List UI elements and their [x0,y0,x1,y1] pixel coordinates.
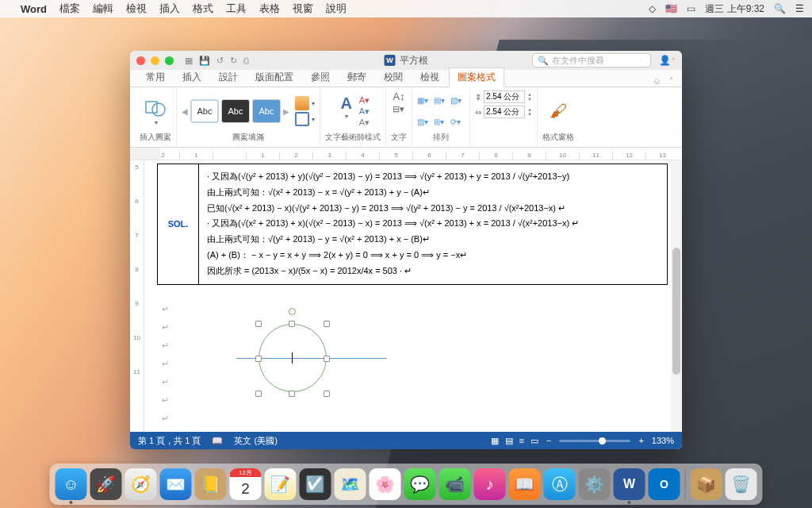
resize-handle-e[interactable] [324,356,330,362]
qat-save[interactable]: 💾 [199,56,210,66]
app-name[interactable]: Word [21,3,47,15]
spotlight-icon[interactable]: 🔍 [774,3,786,14]
scroll-thumb[interactable] [672,248,680,375]
rotate-btn[interactable]: ⟳▾ [450,117,465,126]
qat-print[interactable]: ⎙ [243,56,249,66]
dock-ibooks[interactable]: 📖 [509,468,541,500]
style-prev[interactable]: ◀ [182,107,188,116]
wrap-btn[interactable]: ▤▾ [434,96,448,105]
menu-view[interactable]: 檢視 [126,2,147,16]
tab-home[interactable]: 常用 [138,68,173,87]
math-content[interactable]: · 又因為(√(y² + 2013) + y)(√(y² − 2013) − y… [199,164,667,284]
dock-messages[interactable]: 💬 [404,468,436,500]
resize-handle-n[interactable] [289,321,295,327]
tab-view[interactable]: 檢視 [412,68,447,87]
dock-appstore[interactable]: Ⓐ [544,468,576,500]
shape-style-1[interactable]: Abc [190,99,219,123]
text-direction-btn[interactable]: A↕ [393,90,404,102]
shape-fill-button[interactable]: ▾ [295,96,315,110]
circle-shape[interactable] [259,324,327,392]
dock-notes[interactable]: 📝 [265,468,297,500]
menu-table[interactable]: 表格 [259,2,280,16]
resize-handle-nw[interactable] [255,321,262,327]
wifi-icon[interactable]: ◇ [649,3,656,14]
dock-outlook[interactable]: O [649,468,680,500]
page-count[interactable]: 第 1 頁，共 1 頁 [138,435,201,447]
notification-icon[interactable]: ☰ [795,3,804,14]
position-btn[interactable]: ▦▾ [417,96,431,105]
shape-style-3[interactable]: Abc [252,99,281,123]
qat-undo[interactable]: ↺ [216,56,224,66]
menu-format[interactable]: 格式 [193,2,213,16]
height-down[interactable]: ▼ [527,97,532,102]
dock-maps[interactable]: 🗺️ [335,468,366,500]
wordart-button[interactable]: A▾ [336,94,357,128]
zoom-in[interactable]: + [638,436,643,445]
menu-window[interactable]: 視窗 [293,2,313,16]
dock-trash[interactable]: 🗑️ [726,468,757,500]
tab-shape-format[interactable]: 圖案格式 [449,67,504,87]
language-status[interactable]: 英文 (美國) [234,435,277,447]
bring-fwd-btn[interactable]: ▧▾ [450,96,465,105]
shape-width-input[interactable] [484,106,525,118]
spellcheck-icon[interactable]: 📖 [212,436,223,446]
horizontal-ruler[interactable]: 2 1 1 2 3 4 5 6 7 8 9 10 11 12 13 [130,148,682,160]
tab-review[interactable]: 校閱 [376,68,411,87]
document-area[interactable]: SOL. · 又因為(√(y² + 2013) + y)(√(y² − 2013… [144,160,682,432]
style-next[interactable]: ▶ [283,107,289,116]
view-draft-icon[interactable]: ▭ [530,436,538,446]
send-back-btn[interactable]: ▨▾ [417,117,431,126]
dock-word[interactable]: W [614,468,645,500]
shape-outline-button[interactable]: ▾ [295,112,315,126]
view-web-icon[interactable]: ▤ [505,436,513,446]
dock-calendar[interactable]: 12月2 [230,468,262,500]
input-source-icon[interactable]: 🇺🇸 [665,3,677,14]
format-pane-button[interactable]: 🖌 [550,101,567,121]
dock-photos[interactable]: 🌸 [370,468,401,500]
menu-tools[interactable]: 工具 [226,2,247,16]
dock-mail[interactable]: ✉️ [160,468,192,500]
qat-btn[interactable]: ▦ [185,56,193,66]
resize-handle-w[interactable] [255,356,262,362]
dock-launchpad[interactable]: 🚀 [90,468,122,500]
battery-icon[interactable]: ▭ [687,3,695,14]
resize-handle-sw[interactable] [255,391,262,397]
view-print-icon[interactable]: ▦ [491,436,499,446]
tab-mailings[interactable]: 郵寄 [339,68,374,87]
tab-layout[interactable]: 版面配置 [247,68,301,87]
view-outline-icon[interactable]: ≡ [519,436,524,446]
tab-insert[interactable]: 插入 [174,68,209,87]
shape-style-2[interactable]: Abc [221,99,250,123]
rotate-handle[interactable] [289,308,296,315]
align-text-btn[interactable]: ⊟▾ [393,104,404,114]
tab-design[interactable]: 設計 [211,68,246,87]
zoom-slider[interactable] [559,440,630,442]
menu-insert[interactable]: 插入 [159,2,180,16]
dock-downloads[interactable]: 📦 [691,468,722,500]
dock-facetime[interactable]: 📹 [439,468,471,500]
insert-shape-button[interactable]: ▾ [143,94,168,129]
ribbon-collapse-icon[interactable]: ˄ [669,76,674,87]
tab-references[interactable]: 參照 [303,68,338,87]
ribbon-smiley-icon[interactable]: ☺ [653,76,661,87]
minimize-button[interactable] [151,56,159,65]
align-btn[interactable]: ⊞▾ [434,117,448,126]
dock-reminders[interactable]: ☑️ [300,468,331,500]
vertical-ruler[interactable]: 5 6 7 8 9 10 11 [130,160,144,432]
clock[interactable]: 週三 上午9:32 [705,2,764,16]
dock-contacts[interactable]: 📒 [195,468,227,500]
dock-finder[interactable]: ☺ [56,468,87,500]
resize-handle-se[interactable] [324,391,330,397]
menu-edit[interactable]: 編輯 [93,2,113,16]
dock-itunes[interactable]: ♪ [474,468,506,500]
qat-redo[interactable]: ↻ [230,56,237,66]
dock-system-preferences[interactable]: ⚙️ [579,468,611,500]
resize-handle-s[interactable] [289,391,295,397]
resize-handle-ne[interactable] [324,321,330,327]
text-outline-btn[interactable]: A▾ [359,106,370,117]
zoom-slider-thumb[interactable] [599,437,606,444]
shape-height-input[interactable] [484,90,525,103]
dock-safari[interactable]: 🧭 [125,468,157,500]
vertical-scrollbar[interactable] [671,160,682,432]
account-icon[interactable]: 👤⁺ [659,55,676,66]
